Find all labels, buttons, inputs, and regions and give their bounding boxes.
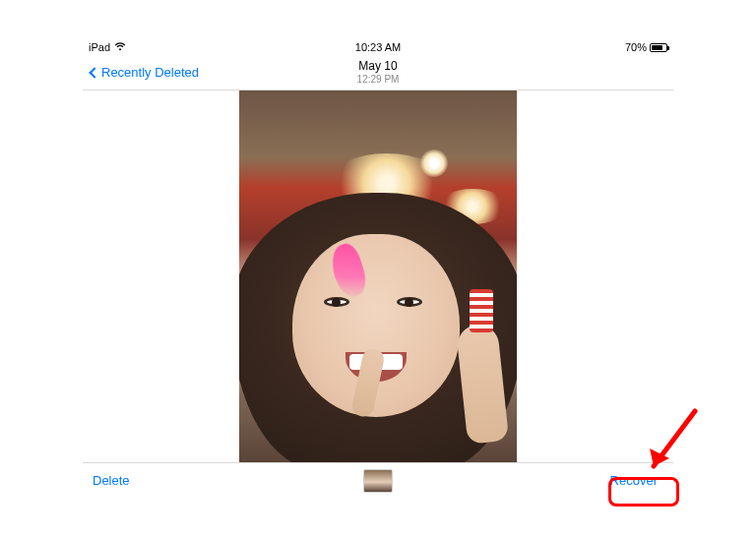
photo-date: May 10	[357, 60, 400, 74]
deleted-photo	[239, 90, 517, 462]
status-right: 70%	[625, 41, 667, 53]
back-button[interactable]: Recently Deleted	[91, 65, 199, 80]
nav-bar: Recently Deleted May 10 12:29 PM	[83, 55, 673, 90]
back-label: Recently Deleted	[101, 65, 199, 80]
recover-button[interactable]: Recover	[604, 470, 663, 491]
photo-time: 12:29 PM	[357, 74, 400, 86]
status-left: iPad	[89, 41, 126, 53]
status-bar: iPad 10:23 AM 70%	[83, 39, 673, 55]
photo-thumbnail[interactable]	[363, 469, 393, 493]
delete-button[interactable]: Delete	[93, 473, 130, 488]
battery-icon	[650, 43, 667, 52]
photo-viewer[interactable]	[83, 90, 673, 462]
device-label: iPad	[89, 41, 110, 53]
wifi-icon	[114, 41, 126, 53]
bottom-toolbar: Delete Recover	[83, 462, 673, 498]
battery-percent: 70%	[625, 41, 647, 53]
nav-title-group: May 10 12:29 PM	[357, 60, 400, 85]
ipad-screen: iPad 10:23 AM 70% Recently Deleted May 1…	[83, 39, 673, 498]
chevron-left-icon	[89, 67, 99, 78]
status-time: 10:23 AM	[355, 41, 401, 53]
